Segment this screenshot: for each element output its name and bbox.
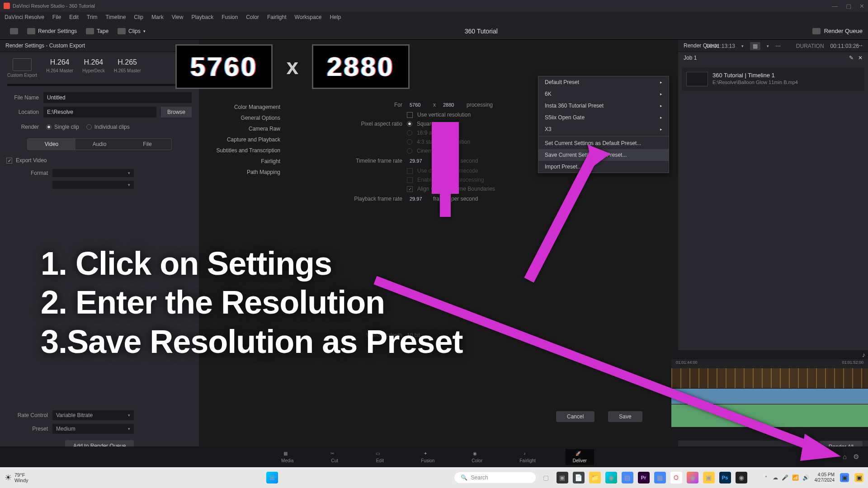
menu-help[interactable]: Help	[330, 14, 341, 20]
view-options-icon[interactable]: ▦	[750, 42, 760, 50]
preset-dropdown[interactable]: Medium▾	[52, 424, 134, 434]
menu-file[interactable]: File	[52, 14, 61, 20]
app-icon[interactable]: ▣	[703, 472, 715, 483]
menu-timeline[interactable]: Timeline	[105, 14, 126, 20]
opera-icon[interactable]: O	[670, 472, 682, 483]
firefox-icon[interactable]: ◉	[687, 472, 698, 483]
maximize-icon[interactable]: ▢	[846, 3, 851, 9]
menu-playback[interactable]: Playback	[191, 14, 213, 20]
app-icon[interactable]: ▣	[557, 472, 568, 483]
tape-button[interactable]: Tape	[81, 26, 113, 36]
ctx-x3[interactable]: X3▸	[538, 123, 669, 135]
location-label: Location	[7, 109, 39, 115]
menu-color[interactable]: Color	[246, 14, 259, 20]
chevron-down-icon[interactable]: ▾	[741, 44, 744, 48]
ctx-6k[interactable]: 6K▸	[538, 88, 669, 100]
preset-hyperdeck[interactable]: H.264 HyperDeck	[82, 58, 104, 78]
location-input[interactable]	[43, 107, 156, 117]
premiere-icon[interactable]: Pr	[638, 472, 650, 483]
music-icon[interactable]: ♪	[862, 351, 865, 358]
svg-marker-5	[800, 434, 841, 461]
ctx-insta360[interactable]: Insta 360 Tutorial Preset▸	[538, 100, 669, 112]
cloud-icon[interactable]: ☁	[773, 474, 778, 481]
weather-widget[interactable]: ☀ 79°FWindy	[5, 472, 28, 483]
resolve-icon[interactable]: ◉	[736, 472, 747, 483]
more-icon[interactable]: ⋯	[775, 43, 781, 49]
preset-h264-master[interactable]: H.264 H.264 Master	[46, 58, 73, 78]
format-dropdown[interactable]: ▾	[52, 169, 134, 177]
width-input[interactable]	[407, 101, 429, 109]
photoshop-icon[interactable]: Ps	[719, 472, 731, 483]
close-icon[interactable]: ✕	[858, 55, 863, 61]
rate-control-dropdown[interactable]: Variable Bitrate▾	[52, 410, 134, 420]
nav-cut[interactable]: ✂Cut	[323, 449, 346, 465]
clips-button[interactable]: Clips▾	[113, 26, 150, 36]
playback-fr-input[interactable]	[407, 195, 429, 203]
app-icon[interactable]: 📄	[573, 472, 585, 483]
menu-davinci[interactable]: DaVinci Resolve	[5, 14, 44, 20]
ctx-default-preset[interactable]: Default Preset▸	[538, 76, 669, 88]
render-settings-button[interactable]: Render Settings	[23, 26, 81, 36]
gear-icon[interactable]: ⚙	[853, 453, 859, 461]
cat-general[interactable]: General Options	[208, 115, 280, 121]
tab-audio[interactable]: Audio	[75, 139, 123, 150]
export-video-checkbox[interactable]	[6, 158, 12, 164]
taskbar-search[interactable]: 🔍 Search	[454, 472, 536, 483]
preset-custom[interactable]: Custom Export	[7, 58, 37, 78]
calculator-icon[interactable]: ▦	[654, 472, 666, 483]
menu-workspace[interactable]: Workspace	[295, 14, 322, 20]
filename-input[interactable]	[43, 92, 192, 103]
cat-path-mapping[interactable]: Path Mapping	[208, 169, 280, 175]
radio-169[interactable]	[407, 130, 412, 136]
edit-icon[interactable]: ✎	[849, 55, 854, 61]
menu-view[interactable]: View	[172, 14, 184, 20]
cat-color-mgmt[interactable]: Color Management	[208, 104, 280, 110]
edge-icon[interactable]: ◉	[605, 472, 617, 483]
mic-icon[interactable]: 🎤	[782, 474, 788, 481]
cat-capture[interactable]: Capture and Playback	[208, 136, 280, 143]
radio-individual-clips[interactable]: Individual clips	[86, 124, 130, 130]
nav-media[interactable]: ▦Media	[274, 449, 301, 465]
codec-dropdown[interactable]: ▾	[52, 181, 134, 189]
minimize-icon[interactable]: —	[832, 3, 838, 9]
ctx-s5iix[interactable]: S5iix Open Gate▸	[538, 112, 669, 123]
timecode[interactable]: 00:01:13:13	[706, 43, 735, 49]
cat-camera-raw[interactable]: Camera Raw	[208, 126, 280, 132]
job-card[interactable]: 360 Tutorial | Timeline 1 E:\Resolve\Bal…	[682, 67, 864, 91]
height-input[interactable]	[440, 101, 462, 109]
radio-square[interactable]	[407, 121, 412, 127]
speaker-icon[interactable]: 🔊	[802, 474, 809, 481]
tray-icon[interactable]: ▣	[854, 473, 863, 482]
menu-mark[interactable]: Mark	[151, 14, 164, 20]
timeline-fr-input[interactable]	[407, 157, 429, 165]
cat-fairlight[interactable]: Fairlight	[208, 158, 280, 164]
notepad-icon[interactable]: ▤	[622, 472, 633, 483]
menu-clip[interactable]: Clip	[134, 14, 143, 20]
menu-edit[interactable]: Edit	[69, 14, 79, 20]
close-icon[interactable]: ✕	[859, 3, 864, 9]
clock-time[interactable]: 4:05 PM	[815, 472, 835, 478]
tab-video[interactable]: Video	[28, 139, 75, 150]
svg-line-2	[529, 149, 597, 280]
vertical-checkbox[interactable]	[407, 112, 413, 118]
menu-trim[interactable]: Trim	[87, 14, 98, 20]
cat-subtitles[interactable]: Subtitles and Transcription	[208, 147, 280, 154]
file-explorer-icon[interactable]: 📁	[589, 472, 601, 483]
radio-cinema[interactable]	[407, 148, 412, 154]
browse-button[interactable]: Browse	[161, 107, 192, 117]
menu-fusion[interactable]: Fusion	[222, 14, 238, 20]
task-view-icon[interactable]: ▢	[540, 472, 552, 483]
chevron-up-icon[interactable]: ˄	[765, 475, 767, 480]
radio-43[interactable]	[407, 139, 412, 145]
clock-date[interactable]: 4/27/2024	[815, 478, 835, 483]
radio-single-clip[interactable]: Single clip	[46, 124, 79, 130]
new-window-button[interactable]	[5, 26, 23, 36]
tray-icon[interactable]: ▣	[840, 473, 849, 482]
chevron-down-icon[interactable]: ▾	[767, 44, 769, 48]
render-queue-button[interactable]: Render Queue	[812, 28, 863, 34]
start-button[interactable]: ⊞	[266, 472, 278, 483]
preset-h265[interactable]: H.265 H.265 Master	[114, 58, 141, 78]
tab-file[interactable]: File	[123, 139, 171, 150]
wifi-icon[interactable]: 📶	[792, 474, 799, 481]
menu-fairlight[interactable]: Fairlight	[267, 14, 287, 20]
